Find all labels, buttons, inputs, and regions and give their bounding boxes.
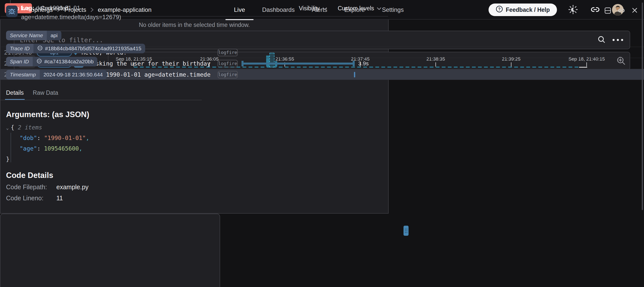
code-lineno-label: Code Lineno: — [6, 195, 44, 202]
attr-timestamp: Timestamp 2024-09-18 21:36:50.644 — [6, 70, 107, 79]
scrollbar[interactable] — [642, 3, 643, 210]
divider — [1, 100, 202, 100]
filter-icons — [597, 35, 623, 45]
sql-filter-input[interactable] — [20, 36, 597, 44]
panel-resize-handle[interactable] — [404, 226, 409, 236]
chevron-down-icon — [322, 5, 327, 12]
search-icon[interactable] — [597, 35, 606, 45]
visibility-dropdown[interactable]: Visibility — [299, 5, 327, 12]
bug-icon — [8, 7, 16, 16]
copy-link-button[interactable] — [590, 5, 601, 16]
span-duration-bar[interactable] — [242, 61, 355, 66]
attr-service-name: Service Name api — [6, 31, 61, 40]
span-message: Asking the user for their birthday — [92, 58, 211, 69]
split-view-icon[interactable] — [604, 7, 611, 15]
log-position-marker — [354, 72, 355, 77]
close-icon[interactable] — [631, 7, 638, 15]
logfire-tag[interactable]: logfire — [218, 60, 238, 67]
arguments-heading: Arguments: (as JSON) — [6, 110, 89, 119]
attr-span-id[interactable]: Span ID #ca741384ca2a20bb — [6, 57, 97, 66]
link-icon — [591, 5, 600, 15]
detail-tabs: Details Raw Data — [6, 89, 58, 100]
json-open-line[interactable]: ⌄{2 items — [6, 122, 89, 133]
log-type-icon-box — [6, 6, 18, 17]
code-filepath-value: example.py — [56, 183, 89, 191]
detail-panel: Log:dob=1990-01-01 age=datetime.timedelt… — [0, 214, 220, 287]
code-filepath-label: Code Filepath: — [6, 183, 47, 191]
empty-window-message: No older items in the selected time wind… — [1, 22, 388, 28]
code-details-heading: Code Details — [6, 171, 53, 180]
chevron-down-icon — [377, 5, 382, 12]
json-entry: "dob": "1990-01-01", — [6, 133, 89, 143]
question-circle-icon: ? — [496, 5, 503, 14]
json-indent-guide — [11, 133, 11, 162]
detail-title: Log:dob=1990-01-01 age=datetime.timedelt… — [21, 4, 135, 22]
span-duration-label: 3.9s — [358, 58, 369, 69]
sun-moon-icon — [568, 4, 578, 16]
log-message: dob=1990-01-01 age=datetime.timede — [92, 69, 211, 80]
theme-toggle-button[interactable] — [568, 5, 579, 16]
link-icon — [37, 45, 43, 52]
arguments-json-viewer: ⌄{2 items "dob": "1990-01-01", "age": 10… — [6, 122, 89, 164]
svg-text:?: ? — [498, 7, 501, 11]
custom-levels-dropdown[interactable]: Custom levels — [338, 5, 382, 12]
attr-trace-id[interactable]: Trace ID #18b84cb4847b5d574c4ad9121935a4… — [6, 44, 145, 53]
logfire-tag[interactable]: logfire — [218, 71, 238, 78]
json-close-line: } — [6, 154, 89, 164]
link-icon — [36, 58, 42, 65]
json-entry: "age": 1095465600, — [6, 143, 89, 154]
collapse-caret-icon[interactable]: ⌄ — [6, 125, 9, 130]
tab-details[interactable]: Details — [6, 89, 24, 100]
link-icon[interactable] — [618, 7, 625, 15]
feedback-help-button[interactable]: ? Feedback / Help — [489, 4, 557, 16]
more-options-icon[interactable] — [613, 39, 623, 41]
logfire-app: christophergs Projects example-applicati… — [0, 0, 644, 287]
code-lineno-value: 11 — [56, 195, 63, 202]
tab-raw-data[interactable]: Raw Data — [33, 89, 58, 100]
logfire-tag[interactable]: logfire — [218, 49, 238, 56]
detail-actions — [604, 7, 638, 15]
